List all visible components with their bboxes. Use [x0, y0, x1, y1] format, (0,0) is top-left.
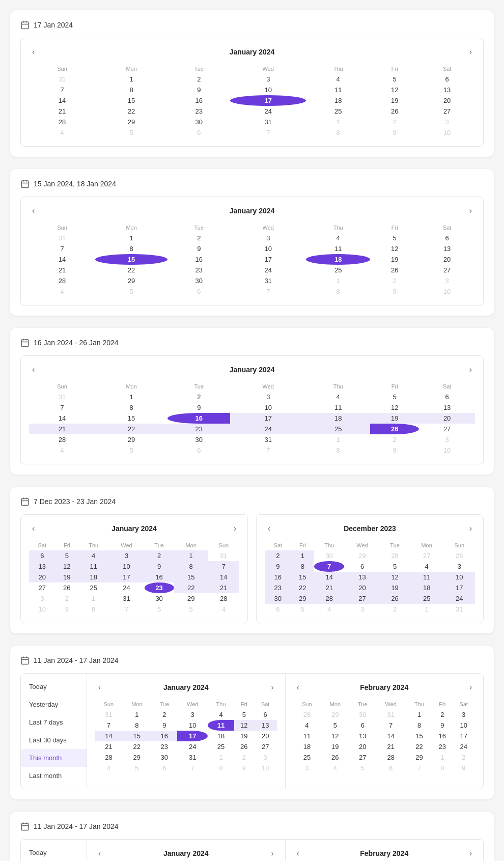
calendar-day[interactable]: 13 — [350, 731, 375, 741]
calendar-day[interactable]: 21 — [29, 424, 95, 434]
calendar-day[interactable]: 1 — [95, 74, 167, 85]
calendar-day[interactable]: 10 — [452, 720, 475, 731]
calendar-day[interactable]: 17 — [230, 95, 306, 106]
calendar-day[interactable]: 25 — [306, 106, 370, 117]
calendar-day[interactable]: 18 — [78, 572, 108, 582]
calendar-day[interactable]: 17 — [452, 731, 475, 741]
calendar-day[interactable]: 26 — [370, 424, 419, 434]
calendar-day[interactable]: 26 — [55, 582, 78, 593]
calendar-day[interactable]: 16 — [167, 95, 230, 106]
calendar-day[interactable]: 30 — [167, 434, 230, 445]
calendar-day[interactable]: 25 — [306, 265, 370, 275]
cal4-right-next[interactable]: › — [466, 523, 475, 534]
calendar-day[interactable]: 8 — [122, 720, 152, 731]
calendar-day[interactable]: 3 — [452, 709, 475, 720]
calendar-day[interactable]: 27 — [29, 582, 55, 593]
calendar-day[interactable]: 14 — [375, 731, 406, 741]
calendar-day[interactable]: 21 — [375, 741, 406, 752]
calendar-day[interactable]: 5 — [370, 233, 419, 243]
calendar-day[interactable]: 21 — [29, 265, 95, 275]
calendar-day[interactable]: 16 — [265, 572, 291, 582]
calendar-day[interactable]: 24 — [230, 424, 306, 434]
calendar-day[interactable]: 29 — [406, 752, 432, 763]
calendar-day[interactable]: 25 — [410, 593, 444, 604]
calendar-day[interactable]: 29 — [95, 275, 167, 286]
calendar-day[interactable]: 10 — [108, 561, 144, 572]
calendar-day[interactable]: 14 — [29, 254, 95, 265]
calendar-day[interactable]: 29 — [95, 434, 167, 445]
calendar-day[interactable]: 13 — [419, 243, 475, 254]
calendar-day[interactable]: 18 — [306, 95, 370, 106]
calendar-day[interactable]: 2 — [432, 709, 452, 720]
calendar-day[interactable]: 10 — [230, 243, 306, 254]
calendar-day[interactable]: 22 — [291, 582, 314, 593]
sidebar-today-1[interactable]: Today — [21, 678, 87, 696]
calendar-day[interactable]: 9 — [265, 561, 291, 572]
calendar-day[interactable]: 31 — [177, 752, 208, 763]
sidebar-thismonth-1[interactable]: This month — [21, 749, 87, 767]
sidebar-yesterday-1[interactable]: Yesterday — [21, 696, 87, 713]
sidebar-last7-1[interactable]: Last 7 days — [21, 713, 87, 731]
calendar-day[interactable]: 2 — [152, 709, 177, 720]
calendar-day[interactable]: 9 — [145, 561, 174, 572]
calendar-day[interactable]: 3 — [108, 550, 144, 561]
calendar-day[interactable]: 6 — [254, 709, 277, 720]
calendar-day[interactable]: 4 — [306, 74, 370, 85]
calendar-day[interactable]: 28 — [29, 117, 95, 127]
calendar-day[interactable]: 9 — [167, 243, 230, 254]
calendar-day[interactable]: 27 — [254, 741, 277, 752]
cal1-next[interactable]: › — [466, 46, 475, 58]
calendar-day[interactable]: 2 — [167, 392, 230, 402]
calendar-day[interactable]: 9 — [432, 720, 452, 731]
calendar-day[interactable]: 29 — [122, 752, 152, 763]
calendar-day[interactable]: 23 — [167, 265, 230, 275]
calendar-day[interactable]: 20 — [350, 741, 375, 752]
cal2-next[interactable]: › — [466, 205, 475, 216]
calendar-day[interactable]: 21 — [208, 582, 239, 593]
calendar-day[interactable]: 13 — [29, 561, 55, 572]
calendar-day[interactable]: 10 — [230, 402, 306, 413]
calendar-day[interactable]: 26 — [320, 752, 350, 763]
calendar-day[interactable]: 31 — [230, 434, 306, 445]
calendar-day[interactable]: 27 — [344, 593, 380, 604]
calendar-day[interactable]: 16 — [152, 731, 177, 741]
calendar-day[interactable]: 14 — [29, 95, 95, 106]
calendar-day[interactable]: 19 — [370, 254, 419, 265]
calendar-day[interactable]: 4 — [410, 561, 444, 572]
calendar-day[interactable]: 6 — [350, 720, 375, 731]
calendar-day[interactable]: 25 — [78, 582, 108, 593]
calendar-day[interactable]: 18 — [410, 582, 444, 593]
calendar-day[interactable]: 3 — [444, 561, 475, 572]
calendar-day[interactable]: 10 — [177, 720, 208, 731]
calendar-day[interactable]: 20 — [254, 731, 277, 741]
calendar-day[interactable]: 24 — [230, 106, 306, 117]
calendar-day[interactable]: 1 — [95, 233, 167, 243]
calendar-day[interactable]: 15 — [174, 572, 208, 582]
calendar-day[interactable]: 30 — [152, 752, 177, 763]
calendar-day[interactable]: 4 — [294, 720, 321, 731]
calendar-day[interactable]: 11 — [306, 243, 370, 254]
calendar-day[interactable]: 16 — [145, 572, 174, 582]
calendar-day[interactable]: 14 — [95, 731, 122, 741]
cal4-left-next[interactable]: › — [231, 523, 239, 534]
calendar-day[interactable]: 21 — [95, 741, 122, 752]
calendar-day[interactable]: 13 — [344, 572, 380, 582]
calendar-day[interactable]: 11 — [294, 731, 321, 741]
calendar-day[interactable]: 29 — [291, 593, 314, 604]
calendar-day[interactable]: 19 — [370, 95, 419, 106]
calendar-day[interactable]: 10 — [444, 572, 475, 582]
calendar-day[interactable]: 11 — [306, 402, 370, 413]
calendar-day[interactable]: 28 — [208, 593, 239, 604]
calendar-day[interactable]: 24 — [452, 741, 475, 752]
calendar-day[interactable]: 4 — [306, 233, 370, 243]
calendar-day[interactable]: 4 — [78, 550, 108, 561]
calendar-day[interactable]: 23 — [265, 582, 291, 593]
calendar-day[interactable]: 9 — [152, 720, 177, 731]
calendar-day[interactable]: 26 — [234, 741, 254, 752]
calendar-day[interactable]: 24 — [108, 582, 144, 593]
calendar-day[interactable]: 12 — [370, 243, 419, 254]
calendar-day[interactable]: 8 — [95, 243, 167, 254]
calendar-day[interactable]: 1 — [95, 392, 167, 402]
calendar-day[interactable]: 30 — [265, 593, 291, 604]
calendar-day[interactable]: 3 — [230, 392, 306, 402]
